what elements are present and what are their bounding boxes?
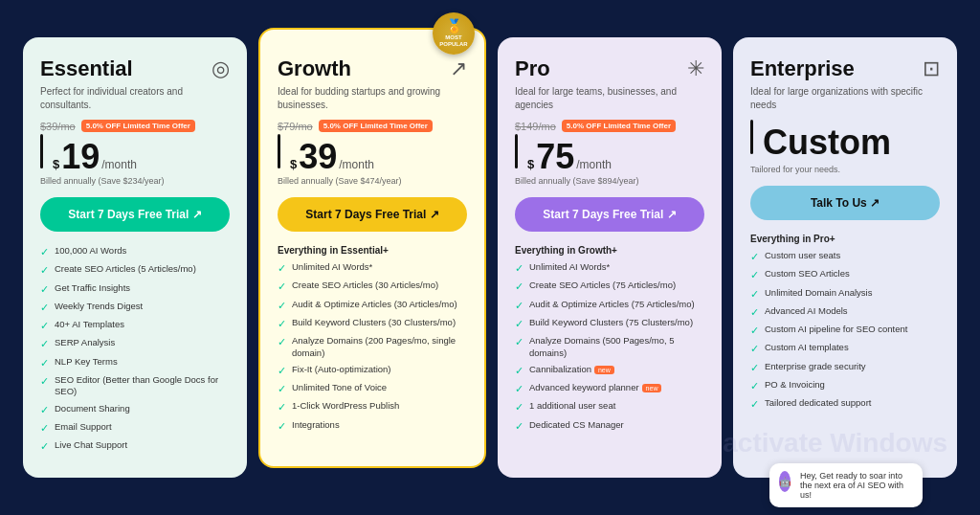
feature-item: ✓ Fix-It (Auto-optimization) — [278, 364, 467, 377]
original-price-pro: $149/mo — [515, 121, 556, 132]
cta-button-enterprise[interactable]: Talk To Us ↗ — [750, 186, 940, 220]
feature-text: Tailored dedicated support — [765, 397, 871, 409]
feature-list-pro: ✓ Unlimited AI Words* ✓ Create SEO Artic… — [515, 261, 704, 433]
feature-item: ✓ SERP Analysis — [40, 337, 230, 350]
feature-list-essential: ✓ 100,000 AI Words ✓ Create SEO Articles… — [40, 245, 230, 454]
chat-content: 🤖 Hey, Get ready to soar into the next e… — [779, 471, 913, 500]
plan-desc-growth: Ideal for budding startups and growing b… — [278, 85, 467, 112]
chat-text: Hey, Get ready to soar into the next era… — [800, 471, 913, 500]
plan-desc-pro: Ideal for large teams, businesses, and a… — [515, 85, 704, 112]
check-icon: ✓ — [40, 337, 49, 350]
feature-text: Unlimited Domain Analysis — [765, 287, 872, 299]
plan-desc-enterprise: Ideal for large organizations with speci… — [750, 85, 940, 112]
price-dollar-essential: $ — [53, 157, 59, 171]
check-icon: ✓ — [750, 342, 759, 355]
check-icon: ✓ — [40, 245, 49, 258]
card-pro: Pro ✳ Ideal for large teams, businesses,… — [498, 37, 722, 478]
check-icon: ✓ — [278, 382, 286, 395]
plan-name-growth: Growth — [278, 56, 351, 81]
billing-note-essential: Billed annually (Save $234/year) — [40, 176, 230, 186]
feature-item: ✓ SEO Editor (Better than Google Docs fo… — [40, 374, 230, 398]
feature-item: ✓ Unlimited Tone of Voice — [278, 382, 467, 395]
feature-item: ✓ Tailored dedicated support — [750, 397, 940, 411]
check-icon: ✓ — [750, 379, 759, 392]
feature-item: ✓ Dedicated CS Manager — [515, 419, 704, 433]
feature-item: ✓ Weekly Trends Digest — [40, 301, 230, 314]
feature-text: Analyze Domains (500 Pages/mo, 5 domains… — [529, 335, 704, 359]
features-header-enterprise: Everything in Pro+ — [750, 234, 940, 244]
feature-text: Analyze Domains (200 Pages/mo, single do… — [292, 335, 467, 359]
feature-text: Custom SEO Articles — [765, 268, 850, 280]
cta-button-essential[interactable]: Start 7 Days Free Trial ↗ — [40, 197, 230, 232]
feature-text: Advanced keyword plannernew — [529, 382, 661, 393]
card-header-growth: Growth ↗ — [278, 56, 467, 81]
feature-text: Weekly Trends Digest — [55, 301, 143, 312]
feature-text: Cannibalizationnew — [529, 364, 614, 375]
cta-button-growth[interactable]: Start 7 Days Free Trial ↗ — [278, 197, 467, 232]
feature-item: ✓ Advanced AI Models — [750, 305, 940, 319]
new-badge: new — [594, 366, 614, 374]
plan-name-pro: Pro — [515, 56, 550, 81]
price-amount-growth: 39 — [299, 140, 337, 174]
features-header-growth: Everything in Essential+ — [278, 245, 467, 256]
discount-badge-growth: 5.0% OFF Limited Time Offer — [319, 120, 433, 132]
check-icon: ✓ — [750, 268, 759, 281]
feature-item: ✓ Custom AI templates — [750, 342, 940, 355]
feature-item: ✓ Audit & Optimize Articles (30 Articles… — [278, 299, 467, 312]
feature-item: ✓ 100,000 AI Words — [40, 245, 230, 258]
feature-item: ✓ Create SEO Articles (75 Articles/mo) — [515, 280, 704, 293]
feature-item: ✓ Create SEO Articles (30 Articles/mo) — [278, 280, 467, 293]
check-icon: ✓ — [750, 287, 759, 301]
check-icon: ✓ — [515, 317, 523, 330]
check-icon: ✓ — [40, 319, 49, 332]
check-icon: ✓ — [40, 403, 49, 416]
feature-item: ✓ Advanced keyword plannernew — [515, 382, 704, 395]
feature-item: ✓ Build Keyword Clusters (75 Clusters/mo… — [515, 317, 704, 330]
plan-desc-essential: Perfect for individual creators and cons… — [40, 85, 230, 112]
check-icon: ✓ — [40, 374, 49, 388]
check-icon: ✓ — [515, 382, 523, 395]
discount-badge-essential: 5.0% OFF Limited Time Offer — [81, 120, 195, 132]
cta-button-pro[interactable]: Start 7 Days Free Trial ↗ — [515, 197, 704, 232]
card-essential: Essential ◎ Perfect for individual creat… — [23, 37, 247, 478]
feature-text: Dedicated CS Manager — [529, 419, 624, 431]
feature-text: Custom AI templates — [765, 342, 849, 353]
main-price-pro: $ 75 /month — [515, 134, 704, 174]
check-icon: ✓ — [278, 419, 286, 433]
check-icon: ✓ — [515, 419, 523, 433]
feature-item: ✓ Custom user seats — [750, 250, 940, 263]
discount-badge-pro: 5.0% OFF Limited Time Offer — [562, 120, 676, 132]
price-row-pro: $149/mo 5.0% OFF Limited Time Offer — [515, 120, 704, 132]
check-icon: ✓ — [750, 324, 759, 337]
card-header-essential: Essential ◎ — [40, 56, 230, 81]
popular-badge: 🏅 MOST POPULAR — [433, 12, 475, 55]
feature-text: PO & Invoicing — [765, 379, 825, 391]
feature-text: SEO Editor (Better than Google Docs for … — [55, 374, 230, 398]
feature-text: Custom AI pipeline for SEO content — [765, 324, 907, 335]
feature-item: ✓ 40+ AI Templates — [40, 319, 230, 332]
feature-text: Create SEO Articles (30 Articles/mo) — [292, 280, 438, 291]
plan-icon-essential: ◎ — [212, 56, 230, 81]
check-icon: ✓ — [515, 400, 523, 414]
chat-avatar: 🤖 — [779, 471, 791, 492]
feature-item: ✓ Document Sharing — [40, 403, 230, 416]
feature-item: ✓ Integrations — [278, 419, 467, 433]
feature-text: Fix-It (Auto-optimization) — [292, 364, 390, 375]
check-icon: ✓ — [278, 400, 286, 414]
watermark: activate Windows — [723, 428, 947, 459]
feature-item: ✓ Audit & Optimize Articles (75 Articles… — [515, 299, 704, 312]
plan-name-enterprise: Enterprise — [750, 56, 855, 81]
check-icon: ✓ — [278, 364, 286, 377]
plan-name-essential: Essential — [40, 56, 133, 81]
check-icon: ✓ — [515, 280, 523, 293]
feature-text: NLP Key Terms — [55, 356, 118, 368]
feature-item: ✓ 1-Click WordPress Publish — [278, 400, 467, 414]
price-row-essential: $39/mo 5.0% OFF Limited Time Offer — [40, 120, 230, 132]
feature-text: 1-Click WordPress Publish — [292, 400, 399, 412]
price-period-growth: /month — [339, 158, 374, 171]
feature-text: Unlimited Tone of Voice — [292, 382, 387, 393]
feature-text: 1 additional user seat — [529, 400, 615, 412]
check-icon: ✓ — [40, 421, 49, 435]
main-price-enterprise: Custom — [750, 120, 940, 163]
custom-note: Tailored for your needs. — [750, 165, 940, 174]
